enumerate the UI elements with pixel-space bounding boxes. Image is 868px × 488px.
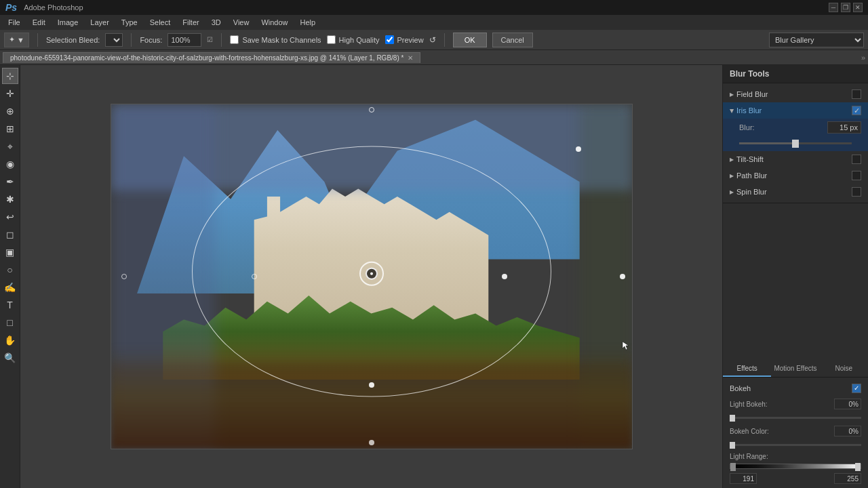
canvas-image[interactable] [111, 104, 633, 449]
clone-tool-button[interactable]: ✱ [2, 191, 18, 207]
iris-blur-arrow[interactable]: ▶ [729, 108, 735, 113]
iris-handle-inner-bottom[interactable] [369, 382, 374, 388]
cancel-button[interactable]: Cancel [492, 33, 533, 47]
preview-checkbox[interactable] [385, 35, 394, 44]
shape-tool-button[interactable]: □ [2, 314, 18, 331]
tab-motion-effects[interactable]: Motion Effects [771, 361, 819, 377]
bokeh-color-slider[interactable] [730, 444, 861, 446]
menu-filter[interactable]: Filter [177, 17, 204, 28]
app-title: Ps Adobe Photoshop [5, 2, 83, 13]
light-range-handle-left[interactable] [730, 463, 736, 471]
iris-outer-ring[interactable] [359, 262, 384, 286]
light-range-row: Light Range: [723, 451, 868, 462]
brush-tool-button[interactable]: ✒ [2, 174, 18, 190]
pen-tool-button[interactable]: ✍ [2, 279, 18, 296]
iris-handle-right[interactable] [620, 274, 625, 279]
bokeh-checkbox[interactable] [852, 384, 861, 393]
blur-value-input[interactable] [827, 121, 861, 134]
focus-input[interactable] [167, 33, 201, 47]
document-tab[interactable]: photodune-6559134-panoramic-view-of-the-… [3, 52, 420, 63]
iris-handle-left[interactable] [121, 274, 127, 279]
separator-3 [221, 33, 222, 47]
light-bokeh-input[interactable] [834, 399, 861, 409]
menu-view[interactable]: View [228, 17, 255, 28]
lasso-tool-button[interactable]: ⊕ [2, 103, 18, 119]
light-range-min-input[interactable] [730, 473, 757, 484]
text-tool-button[interactable]: T [2, 297, 18, 313]
menu-select[interactable]: Select [144, 17, 176, 28]
menu-type[interactable]: Type [116, 17, 143, 28]
menu-edit[interactable]: Edit [27, 17, 51, 28]
move-tool-button[interactable]: ✛ [2, 85, 18, 102]
canvas-area[interactable] [20, 65, 722, 488]
bokeh-color-row: Bokeh Color: [723, 424, 868, 439]
iris-handle-inner-left[interactable] [252, 274, 257, 279]
light-bokeh-row: Light Bokeh: [723, 396, 868, 411]
eyedropper-tool-button[interactable]: ⌖ [2, 138, 18, 155]
light-bokeh-slider[interactable] [730, 417, 861, 419]
path-blur-arrow[interactable]: ▶ [730, 173, 734, 179]
iris-handle-topright[interactable] [576, 146, 581, 152]
tilt-shift-item[interactable]: ▶ Tilt-Shift [723, 151, 868, 167]
menu-file[interactable]: File [3, 17, 26, 28]
light-range-values [723, 472, 868, 485]
restore-button[interactable]: ❐ [841, 3, 850, 12]
tilt-shift-checkbox[interactable] [852, 155, 861, 164]
light-range-max-input[interactable] [834, 473, 861, 484]
light-range-bar[interactable] [730, 464, 861, 469]
zoom-tool-button[interactable]: 🔍 [2, 350, 18, 366]
hand-tool-button[interactable]: ✋ [2, 332, 18, 348]
iris-handle-bottom[interactable] [369, 440, 374, 445]
tool-options-button[interactable]: ✦ ▼ [4, 33, 29, 47]
preview-label[interactable]: Preview [385, 35, 424, 44]
tab-noise[interactable]: Noise [820, 361, 868, 377]
menu-layer[interactable]: Layer [85, 17, 115, 28]
history-tool-button[interactable]: ↩ [2, 209, 18, 225]
iris-blur-item[interactable]: ▶ Iris Blur ✓ [723, 102, 868, 119]
separator-1 [37, 33, 38, 47]
blur-label: Blur: [739, 123, 823, 131]
iris-center-control[interactable] [359, 262, 384, 286]
healing-tool-button[interactable]: ◉ [2, 156, 18, 172]
path-blur-checkbox[interactable] [852, 171, 861, 180]
ok-button[interactable]: OK [453, 33, 487, 47]
iris-inner-ring[interactable] [366, 268, 378, 280]
eraser-tool-button[interactable]: ◻ [2, 226, 18, 243]
refresh-icon[interactable]: ↺ [429, 35, 436, 45]
save-mask-checkbox[interactable] [230, 35, 239, 44]
separator-2 [131, 33, 132, 47]
tilt-shift-arrow[interactable]: ▶ [730, 157, 734, 163]
blur-gallery-select[interactable]: Blur Gallery [769, 33, 864, 47]
selection-tool-button[interactable]: ⊹ [2, 68, 18, 84]
crop-tool-button[interactable]: ⊞ [2, 121, 18, 137]
selection-bleed-select[interactable] [105, 33, 123, 47]
field-blur-arrow[interactable]: ▶ [730, 92, 734, 98]
high-quality-label[interactable]: High Quality [327, 35, 380, 44]
blur-slider[interactable] [739, 142, 852, 144]
menu-help[interactable]: Help [295, 17, 321, 28]
gradient-tool-button[interactable]: ▣ [2, 244, 18, 260]
high-quality-checkbox[interactable] [327, 35, 336, 44]
dodge-tool-button[interactable]: ○ [2, 262, 18, 278]
menu-window[interactable]: Window [256, 17, 293, 28]
menu-image[interactable]: Image [52, 17, 84, 28]
document-close-icon[interactable]: ✕ [408, 54, 413, 62]
spin-blur-item[interactable]: ▶ Spin Blur [723, 184, 868, 200]
bokeh-color-input[interactable] [834, 426, 861, 436]
tab-expander-icon[interactable]: » [861, 54, 865, 62]
iris-blur-checkbox[interactable]: ✓ [852, 106, 861, 115]
menu-3d[interactable]: 3D [206, 17, 226, 28]
iris-blur-label: Iris Blur [736, 106, 852, 115]
iris-handle-top[interactable] [369, 107, 374, 113]
minimize-button[interactable]: ─ [829, 3, 838, 12]
light-range-handle-right[interactable] [855, 463, 861, 471]
path-blur-item[interactable]: ▶ Path Blur [723, 167, 868, 184]
field-blur-checkbox[interactable] [852, 89, 861, 99]
save-mask-label[interactable]: Save Mask to Channels [230, 35, 321, 44]
field-blur-item[interactable]: ▶ Field Blur [723, 86, 868, 102]
spin-blur-checkbox[interactable] [852, 187, 861, 197]
close-button[interactable]: ✕ [853, 3, 863, 12]
spin-blur-arrow[interactable]: ▶ [730, 189, 734, 195]
iris-handle-inner-right[interactable] [502, 274, 507, 279]
tab-effects[interactable]: Effects [723, 361, 771, 377]
